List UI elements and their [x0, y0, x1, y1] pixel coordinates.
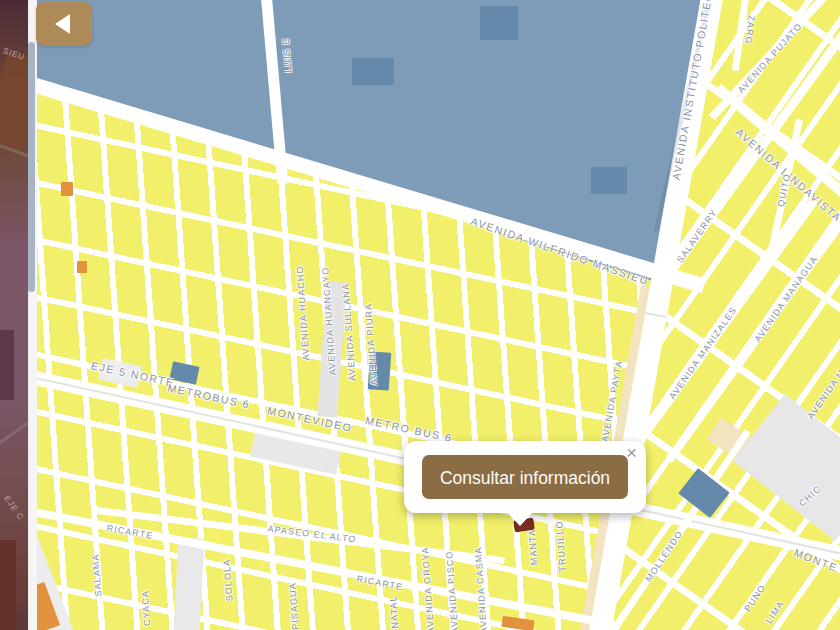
street-label: NATAL — [388, 595, 400, 629]
street-label: MANTA — [527, 529, 540, 566]
street-label: LUIS E — [280, 37, 293, 73]
street-label: AVENIDA HUANCAYO — [320, 266, 338, 375]
collapse-panel-button[interactable] — [36, 2, 92, 46]
street-label: AVENIDA INSTITUTO POLITEC — [670, 0, 715, 181]
street-label: CHIC — [797, 483, 823, 508]
street-label: AVENIDA MANAGUA — [752, 254, 819, 344]
map-popup: Consultar información × — [404, 441, 646, 513]
street-label: AVENIDA SULLANA — [341, 283, 358, 382]
street-label: AVENIDA MATAN — [805, 345, 840, 421]
street-label: MONTEVIDEO — [266, 404, 353, 434]
street-label: AVENIDA OROYA — [420, 546, 436, 630]
consult-info-button[interactable]: Consultar información — [422, 455, 628, 499]
street-label: AVENIDA WILFRIDO MASSIEU — [469, 215, 650, 287]
street-label: AVENIDA PIURA — [363, 302, 379, 385]
street-label: PUNO — [742, 583, 767, 614]
street-label: METROBUS 6 — [167, 381, 252, 410]
street-label: MONTE — [792, 546, 839, 574]
street-label: RICARTE — [356, 574, 404, 593]
street-label: ZARG — [743, 15, 757, 45]
street-label: PISAGUA — [287, 582, 300, 630]
street-label: QUITO — [776, 172, 793, 207]
street-label: AVENIDA PISCO — [444, 550, 460, 630]
sidebar-street-label: EJE C — [2, 494, 25, 522]
street-label: SALAVERRY — [675, 207, 719, 264]
chevron-left-icon — [55, 14, 70, 34]
sidebar-map-patch — [0, 330, 14, 400]
street-label: SALAMA — [91, 553, 104, 597]
street-label: TRUJILLO — [554, 520, 568, 572]
sidebar-map-patch — [0, 540, 16, 630]
sidebar-scrollbar-thumb[interactable] — [28, 42, 35, 292]
street-label: LIMA — [764, 599, 786, 626]
street-label: EJE 5 NORTE — [90, 359, 176, 388]
street-label: CYACA — [140, 590, 152, 626]
street-label: SOLOLA — [222, 558, 235, 601]
street-labels-layer: LUIS EAVENIDA WILFRIDO MASSIEUAVENIDA IN… — [0, 0, 840, 630]
sidebar-map-patch — [0, 52, 28, 148]
sidebar-street-line — [0, 418, 28, 446]
map-viewport: LUIS EAVENIDA WILFRIDO MASSIEUAVENIDA IN… — [0, 0, 840, 630]
street-label: AVENIDA PAYTA — [600, 359, 624, 442]
map-canvas[interactable]: LUIS EAVENIDA WILFRIDO MASSIEUAVENIDA IN… — [0, 0, 840, 630]
street-label: RICARTE — [106, 523, 154, 541]
collapsed-sidebar-panel: SIEUEJE C — [0, 0, 28, 630]
street-label: MOLLENDO — [643, 529, 684, 584]
street-label: AVENIDA HUACHO — [295, 265, 312, 361]
street-label: APASEO EL ALTO — [267, 524, 357, 545]
street-label: AVENIDA CASMA — [473, 546, 489, 630]
street-label: AVENIDA MANIZALES — [667, 305, 739, 401]
street-label: METRO BUS 6 — [364, 414, 453, 444]
close-icon[interactable]: × — [626, 443, 637, 462]
